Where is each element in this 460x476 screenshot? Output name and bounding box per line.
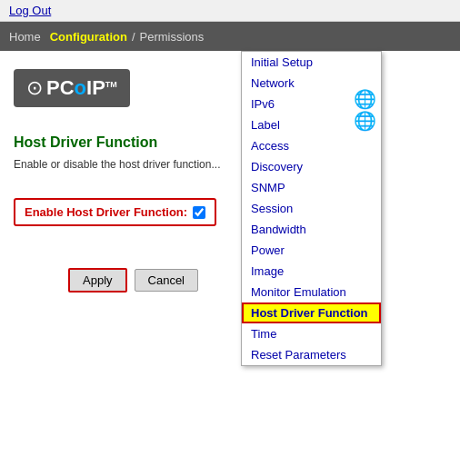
left-panel: ⊙ PCoIPTM Host Driver Function Enable or… <box>0 51 460 311</box>
main-content: ⊙ PCoIPTM Host Driver Function Enable or… <box>0 51 460 311</box>
menu-item-discovery[interactable]: Discovery <box>242 156 381 177</box>
globe-icon-1: 🌐 <box>354 88 376 110</box>
logout-link[interactable]: Log Out <box>9 4 51 17</box>
cancel-button[interactable]: Cancel <box>135 269 198 292</box>
globe-icons: 🌐 🌐 <box>354 88 376 132</box>
nav-separator: / <box>132 30 135 44</box>
menu-item-initial-setup[interactable]: Initial Setup <box>242 52 381 73</box>
pcoip-logo-icon: ⊙ <box>26 76 43 100</box>
enable-host-driver-row: Enable Host Driver Function: <box>14 198 216 226</box>
menu-item-reset-parameters[interactable]: Reset Parameters <box>242 344 381 365</box>
dropdown-menu: Initial SetupNetworkIPv6LabelAccessDisco… <box>241 51 382 366</box>
nav-permissions[interactable]: Permissions <box>140 30 205 44</box>
menu-item-monitor-emulation[interactable]: Monitor Emulation <box>242 282 381 302</box>
logo-box: ⊙ PCoIPTM <box>14 69 130 107</box>
menu-item-bandwidth[interactable]: Bandwidth <box>242 219 381 240</box>
nav-home[interactable]: Home <box>9 30 41 44</box>
menu-item-session[interactable]: Session <box>242 198 381 219</box>
menu-item-snmp[interactable]: SNMP <box>242 177 381 198</box>
nav-config[interactable]: Configuration <box>50 30 127 44</box>
globe-icon-2: 🌐 <box>354 110 376 132</box>
enable-host-driver-label: Enable Host Driver Function: <box>25 205 187 219</box>
nav-bar: Home Configuration / Permissions <box>0 22 460 51</box>
top-bar: Log Out <box>0 0 460 22</box>
logo-tm: TM <box>105 80 117 89</box>
menu-item-image[interactable]: Image <box>242 261 381 282</box>
pcoip-logo-text: PCoIPTM <box>46 76 117 100</box>
apply-button[interactable]: Apply <box>68 268 127 293</box>
menu-item-time[interactable]: Time <box>242 323 381 344</box>
menu-item-access[interactable]: Access <box>242 135 381 156</box>
menu-item-host-driver-function[interactable]: Host Driver Function <box>242 302 381 323</box>
enable-host-driver-checkbox[interactable] <box>193 206 205 219</box>
menu-item-power[interactable]: Power <box>242 240 381 261</box>
